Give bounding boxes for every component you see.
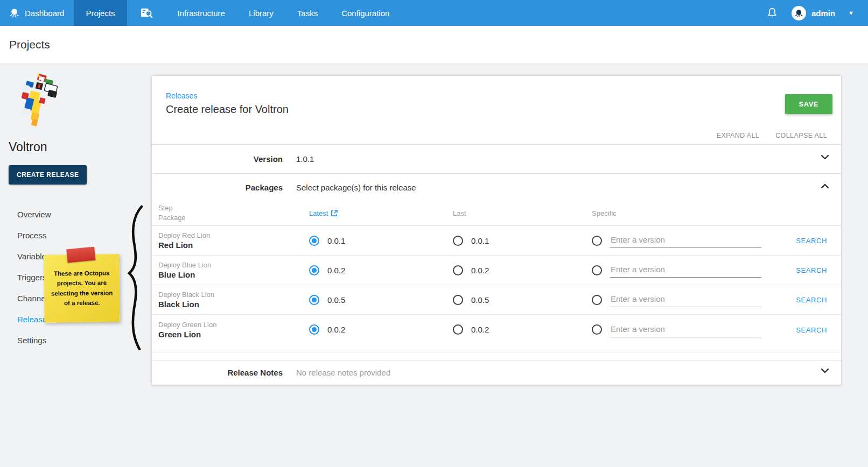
column-specific: Specific	[592, 209, 778, 217]
column-latest-link[interactable]: Latest	[309, 209, 453, 217]
packages-table: Step Package Latest Last Specific	[152, 201, 841, 352]
version-section: Version 1.0.1	[152, 144, 841, 173]
release-notes-value: No release notes provided	[296, 368, 390, 377]
user-menu[interactable]: admin ▼	[792, 6, 854, 20]
search-page-icon	[140, 7, 153, 19]
column-step: Step	[158, 203, 309, 213]
notifications-button[interactable]	[767, 7, 778, 19]
version-label: Version	[152, 154, 283, 164]
package-row-red-lion: Deploy Red Lion Red Lion 0.0.1 0.0.1 SEA…	[152, 226, 841, 256]
last-version: 0.0.1	[471, 236, 489, 245]
column-package: Package	[158, 213, 309, 223]
create-release-card: Releases Create release for Voltron SAVE…	[151, 75, 842, 385]
specific-version-input[interactable]	[610, 292, 761, 307]
sidebar-item-overview[interactable]: Overview	[17, 204, 51, 225]
external-link-icon	[331, 210, 338, 217]
expand-collapse-row: EXPAND ALL COLLAPSE ALL	[152, 127, 841, 144]
search-button[interactable]: SEARCH	[796, 237, 827, 245]
last-radio[interactable]	[453, 295, 463, 305]
project-name: Voltron	[9, 140, 47, 154]
user-name: admin	[811, 9, 835, 18]
package-name: Green Lion	[158, 330, 309, 339]
latest-radio[interactable]	[309, 236, 319, 246]
bell-icon	[767, 7, 778, 19]
card-title: Create release for Voltron	[166, 103, 827, 116]
specific-radio[interactable]	[592, 295, 602, 305]
search-button[interactable]: SEARCH	[796, 296, 827, 304]
chevron-down-icon[interactable]	[821, 368, 829, 373]
nav-tab-projects[interactable]: Projects	[74, 0, 127, 26]
tape-decoration	[66, 247, 95, 263]
specific-radio[interactable]	[592, 236, 602, 246]
latest-radio[interactable]	[309, 265, 319, 275]
packages-hint: Select package(s) for this release	[296, 183, 416, 192]
user-avatar	[792, 6, 806, 20]
octopus-logo-icon	[9, 8, 20, 19]
step-name: Deploy Red Lion	[158, 231, 309, 239]
nav-search-button[interactable]	[127, 0, 166, 26]
collapse-all-button[interactable]: COLLAPSE ALL	[775, 132, 827, 139]
sticky-note-annotation: These are Octopus projects. You are sele…	[44, 254, 120, 322]
chevron-up-icon[interactable]	[821, 183, 829, 189]
packages-section: Packages Select package(s) for this rele…	[152, 173, 841, 352]
last-version: 0.0.2	[471, 266, 489, 275]
expand-all-button[interactable]: EXPAND ALL	[717, 132, 760, 139]
section-divider	[152, 352, 841, 360]
packages-label: Packages	[152, 183, 283, 192]
package-row-green-lion: Deploy Green Lion Green Lion 0.0.2 0.0.2…	[152, 315, 841, 344]
package-row-black-lion: Deploy Black Lion Black Lion 0.0.5 0.0.5…	[152, 285, 841, 315]
latest-radio[interactable]	[309, 295, 319, 305]
latest-version: 0.0.1	[327, 236, 345, 245]
last-radio[interactable]	[453, 324, 463, 335]
nav-tab-configuration[interactable]: Configuration	[330, 0, 401, 26]
packages-table-header: Step Package Latest Last Specific	[152, 201, 841, 226]
sidebar-item-process[interactable]: Process	[17, 225, 51, 246]
latest-version: 0.0.2	[327, 266, 345, 275]
last-radio[interactable]	[453, 236, 463, 246]
specific-radio[interactable]	[592, 324, 602, 335]
create-release-button[interactable]: CREATE RELEASE	[9, 165, 87, 185]
annotation-brace	[125, 205, 148, 350]
card-header: Releases Create release for Voltron SAVE	[152, 76, 841, 127]
release-notes-section: Release Notes No release notes provided	[152, 360, 841, 385]
page-title-bar: Projects	[0, 26, 868, 63]
latest-version: 0.0.2	[327, 325, 345, 334]
chevron-down-icon[interactable]	[821, 154, 829, 160]
page-title: Projects	[9, 38, 50, 51]
latest-version: 0.0.5	[327, 295, 345, 305]
top-nav: Dashboard Projects Infrastructure Librar…	[0, 0, 868, 26]
package-name: Red Lion	[158, 240, 309, 250]
release-notes-label: Release Notes	[152, 368, 283, 377]
last-version: 0.0.2	[471, 325, 489, 334]
sidebar-item-settings[interactable]: Settings	[17, 330, 51, 351]
last-version: 0.0.5	[471, 295, 489, 305]
step-name: Deploy Black Lion	[158, 291, 309, 299]
specific-version-input[interactable]	[610, 322, 761, 337]
nav-tab-library[interactable]: Library	[237, 0, 285, 26]
project-logo-voltron	[16, 72, 59, 132]
specific-version-input[interactable]	[610, 263, 761, 278]
column-last: Last	[453, 209, 592, 217]
nav-dashboard[interactable]: Dashboard	[0, 0, 74, 26]
package-name: Blue Lion	[158, 270, 309, 279]
search-button[interactable]: SEARCH	[796, 266, 827, 274]
nav-tab-infrastructure[interactable]: Infrastructure	[166, 0, 237, 26]
nav-tab-tasks[interactable]: Tasks	[285, 0, 330, 26]
save-button[interactable]: SAVE	[785, 94, 832, 114]
last-radio[interactable]	[453, 265, 463, 275]
chevron-down-icon: ▼	[848, 10, 854, 16]
nav-dashboard-label: Dashboard	[25, 9, 64, 18]
latest-radio[interactable]	[309, 324, 319, 335]
search-button[interactable]: SEARCH	[796, 326, 827, 334]
specific-version-input[interactable]	[610, 233, 761, 248]
package-name: Black Lion	[158, 300, 309, 309]
step-name: Deploy Blue Lion	[158, 261, 309, 269]
breadcrumb-releases[interactable]: Releases	[166, 91, 197, 100]
package-row-blue-lion: Deploy Blue Lion Blue Lion 0.0.2 0.0.2 S…	[152, 256, 841, 285]
version-value: 1.0.1	[296, 154, 314, 164]
specific-radio[interactable]	[592, 265, 602, 275]
sticky-note-text: These are Octopus projects. You are sele…	[44, 268, 120, 308]
step-name: Deploy Green Lion	[158, 321, 309, 329]
